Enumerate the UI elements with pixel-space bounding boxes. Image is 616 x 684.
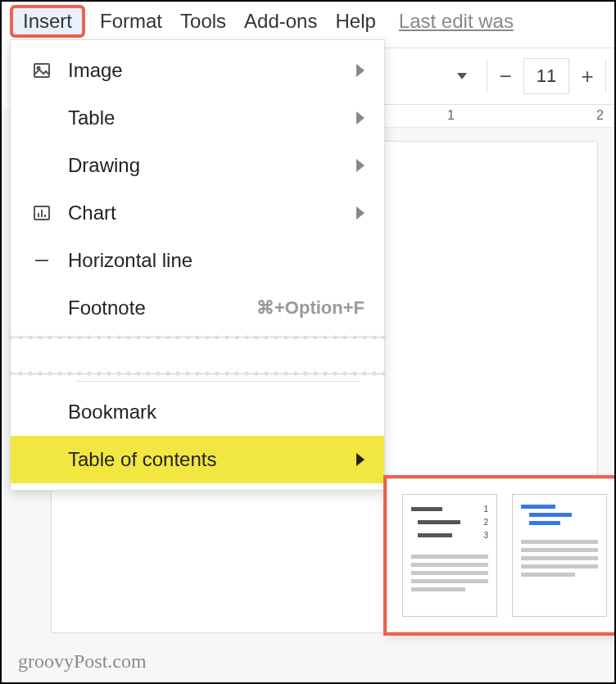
menu-item-horizontal-line[interactable]: Horizontal line — [11, 237, 384, 284]
image-icon — [25, 61, 58, 80]
menu-tools[interactable]: Tools — [180, 10, 226, 33]
font-size-stepper[interactable]: − 11 + — [487, 58, 606, 94]
menu-format[interactable]: Format — [100, 10, 162, 33]
font-dropdown-caret-icon[interactable] — [457, 73, 467, 79]
menu-item-label: Chart — [58, 202, 356, 224]
menu-item-shortcut: ⌘+Option+F — [256, 297, 365, 319]
chevron-right-icon — [356, 159, 365, 172]
toolbar: − 11 + — [385, 48, 614, 105]
menu-item-drawing[interactable]: Drawing — [11, 142, 384, 189]
chart-icon — [25, 203, 58, 223]
ruler-tick: 1 — [447, 108, 455, 123]
toc-submenu: 1 2 3 — [387, 478, 616, 632]
menu-bar: Insert Format Tools Add-ons Help Last ed… — [2, 2, 614, 39]
menu-item-label: Drawing — [58, 154, 356, 177]
font-size-value[interactable]: 11 — [523, 58, 569, 94]
menu-item-label: Footnote — [58, 297, 256, 319]
menu-insert[interactable]: Insert — [13, 8, 82, 34]
menu-item-footnote[interactable]: Footnote ⌘+Option+F — [11, 284, 384, 332]
chevron-right-icon — [356, 206, 365, 220]
font-size-increase-button[interactable]: + — [569, 58, 605, 94]
menu-item-label: Horizontal line — [58, 249, 365, 272]
menu-item-image[interactable]: Image — [11, 47, 384, 94]
menu-item-table-of-contents[interactable]: Table of contents — [11, 436, 384, 483]
torn-edge-gap — [11, 337, 384, 374]
chevron-right-icon — [356, 453, 365, 466]
ruler-tick: 2 — [596, 108, 604, 123]
last-edit-link[interactable]: Last edit was — [399, 10, 514, 33]
svg-rect-0 — [34, 64, 49, 77]
menu-divider — [76, 381, 360, 382]
font-size-decrease-button[interactable]: − — [487, 58, 523, 94]
menu-item-label: Table of contents — [58, 448, 356, 471]
horizontal-line-icon — [25, 251, 58, 270]
menu-item-label: Image — [58, 59, 356, 82]
menu-item-label: Table — [58, 106, 356, 129]
menu-item-bookmark[interactable]: Bookmark — [11, 388, 384, 436]
menu-addons[interactable]: Add-ons — [244, 10, 317, 33]
menu-item-label: Bookmark — [58, 401, 365, 424]
menu-help[interactable]: Help — [335, 10, 375, 33]
menu-item-table[interactable]: Table — [11, 94, 384, 142]
chevron-right-icon — [356, 111, 365, 125]
watermark-text: groovyPost.com — [18, 650, 147, 673]
toc-option-with-links[interactable] — [512, 494, 607, 617]
insert-menu-dropdown: Image Table Drawing Chart Horizontal lin… — [10, 39, 385, 491]
chevron-right-icon — [356, 64, 365, 77]
toc-option-with-numbers[interactable]: 1 2 3 — [402, 494, 497, 617]
ruler: 1 2 — [385, 105, 614, 128]
menu-item-chart[interactable]: Chart — [11, 189, 384, 237]
